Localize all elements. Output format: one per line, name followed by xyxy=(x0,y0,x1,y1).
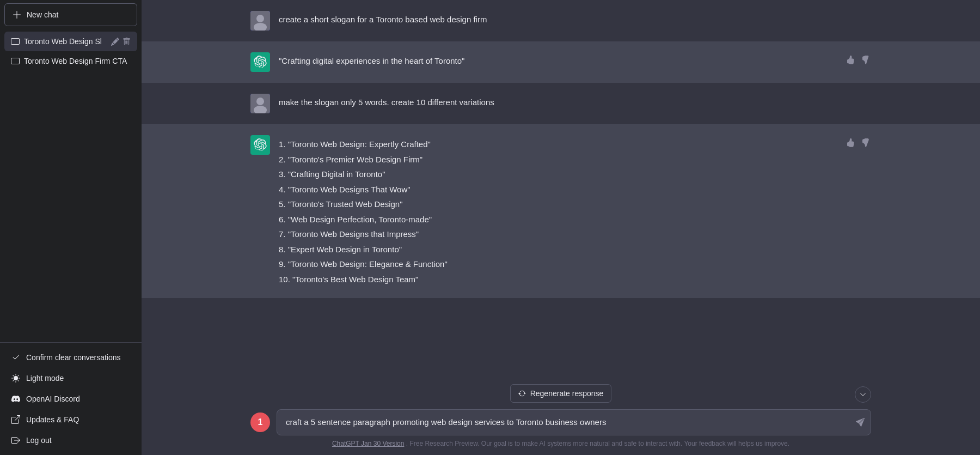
list-item: 10. "Toronto's Best Web Design Team" xyxy=(279,272,836,287)
list-item: 9. "Toronto Web Design: Elegance & Funct… xyxy=(279,257,836,271)
sun-icon xyxy=(11,373,21,383)
message-text: 1. "Toronto Web Design: Expertly Crafted… xyxy=(279,135,836,287)
footer-text: ChatGPT Jan 30 Version . Free Research P… xyxy=(332,440,789,450)
logout-label: Log out xyxy=(26,436,52,445)
chevron-down-icon xyxy=(860,391,866,398)
thumbs-up-button[interactable] xyxy=(845,54,856,67)
message-row: make the slogan only 5 words. create 10 … xyxy=(142,83,980,124)
chat-bottom: Regenerate response 1 craft a 5 sentence… xyxy=(142,380,980,456)
delete-icon[interactable] xyxy=(122,38,131,46)
list-item: 5. "Toronto's Trusted Web Design" xyxy=(279,197,836,211)
check-icon xyxy=(11,353,21,362)
regenerate-row: Regenerate response xyxy=(250,380,871,409)
list-item: 2. "Toronto's Premier Web Design Firm" xyxy=(279,153,836,167)
logout-button[interactable]: Log out xyxy=(4,430,137,451)
list-item: 8. "Expert Web Design in Toronto" xyxy=(279,242,836,257)
chat-messages: create a short slogan for a Toronto base… xyxy=(142,0,980,380)
regenerate-button[interactable]: Regenerate response xyxy=(510,384,612,403)
confirm-clear-button[interactable]: Confirm clear conversations xyxy=(4,347,137,368)
openai-icon xyxy=(254,56,267,69)
regenerate-label: Regenerate response xyxy=(530,389,604,398)
list-item: 6. "Web Design Perfection, Toronto-made" xyxy=(279,213,836,227)
main-chat: create a short slogan for a Toronto base… xyxy=(142,0,980,455)
slogan-list: 1. "Toronto Web Design: Expertly Crafted… xyxy=(279,137,836,286)
sidebar: New chat Toronto Web Design Sl xyxy=(0,0,142,455)
gpt-avatar xyxy=(250,52,270,72)
chat-item-label: Toronto Web Design Firm CTA xyxy=(24,57,131,65)
new-chat-label: New chat xyxy=(27,10,58,19)
chat-item[interactable]: Toronto Web Design Sl xyxy=(4,32,137,51)
footer-description: . Free Research Preview. Our goal is to … xyxy=(406,440,789,447)
chat-icon xyxy=(11,57,20,65)
message-row: "Crafting digital experiences in the hea… xyxy=(142,41,980,83)
message-text: make the slogan only 5 words. create 10 … xyxy=(279,94,871,109)
svg-point-4 xyxy=(256,98,264,105)
confirm-clear-label: Confirm clear conversations xyxy=(26,353,121,362)
chat-actions xyxy=(111,38,131,46)
thumbs-up-button[interactable] xyxy=(845,137,856,150)
message-text: "Crafting digital experiences in the hea… xyxy=(279,52,836,68)
message-row: 1. "Toronto Web Design: Expertly Crafted… xyxy=(142,124,980,298)
regenerate-icon xyxy=(518,390,526,397)
user-photo xyxy=(250,11,270,31)
svg-point-1 xyxy=(256,15,264,22)
list-item: 3. "Crafting Digital in Toronto" xyxy=(279,167,836,181)
gpt-avatar xyxy=(250,135,270,155)
scroll-down-button[interactable] xyxy=(855,386,871,403)
chat-input[interactable]: craft a 5 sentence paragraph promoting w… xyxy=(277,409,871,436)
updates-faq-button[interactable]: Updates & FAQ xyxy=(4,409,137,430)
user-avatar xyxy=(250,94,270,113)
list-item: 7. "Toronto Web Designs that Impress" xyxy=(279,227,836,241)
footer-link[interactable]: ChatGPT Jan 30 Version xyxy=(332,440,405,447)
send-icon xyxy=(856,418,865,427)
message-text: create a short slogan for a Toronto base… xyxy=(279,11,871,26)
light-mode-label: Light mode xyxy=(26,374,64,383)
new-chat-button[interactable]: New chat xyxy=(4,3,137,26)
thumbs-down-button[interactable] xyxy=(860,54,871,67)
chat-list: Toronto Web Design Sl Toronto Web Design… xyxy=(0,29,142,342)
logout-icon xyxy=(11,435,21,445)
edit-icon[interactable] xyxy=(111,38,119,46)
discord-label: OpenAI Discord xyxy=(26,395,80,403)
user-avatar xyxy=(250,11,270,31)
discord-icon xyxy=(11,394,21,404)
plus-icon xyxy=(13,10,21,19)
input-area: 1 craft a 5 sentence paragraph promoting… xyxy=(250,409,871,436)
thumbs-down-button[interactable] xyxy=(860,137,871,150)
send-button[interactable] xyxy=(856,418,865,427)
external-link-icon xyxy=(11,415,21,424)
list-item: 1. "Toronto Web Design: Expertly Crafted… xyxy=(279,137,836,151)
openai-icon xyxy=(254,138,267,151)
chat-item[interactable]: Toronto Web Design Firm CTA xyxy=(4,51,137,71)
user-photo xyxy=(250,94,270,113)
message-actions xyxy=(845,135,871,150)
chat-icon xyxy=(11,37,20,46)
light-mode-button[interactable]: Light mode xyxy=(4,368,137,389)
chat-item-label: Toronto Web Design Sl xyxy=(24,37,107,46)
sidebar-bottom: Confirm clear conversations Light mode O… xyxy=(0,342,142,455)
list-item: 4. "Toronto Web Designs That Wow" xyxy=(279,183,836,197)
user-badge: 1 xyxy=(250,412,270,432)
discord-button[interactable]: OpenAI Discord xyxy=(4,389,137,409)
message-actions xyxy=(845,52,871,67)
updates-faq-label: Updates & FAQ xyxy=(26,415,79,424)
message-row: create a short slogan for a Toronto base… xyxy=(142,0,980,41)
